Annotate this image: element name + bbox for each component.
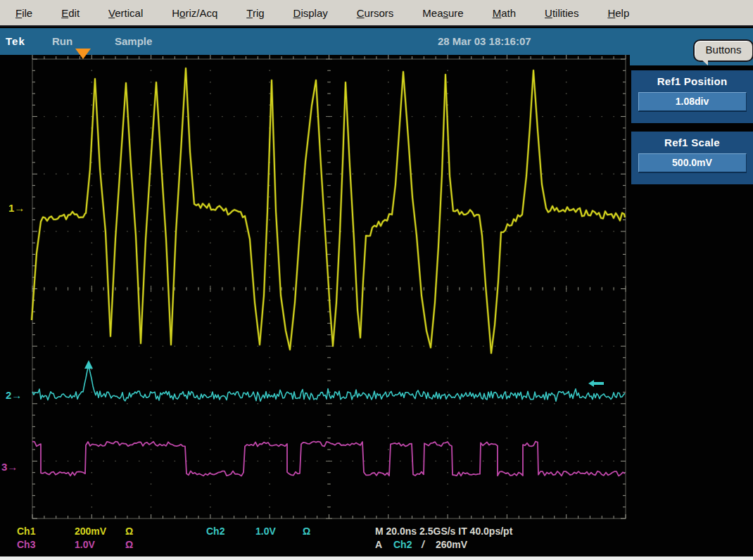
- ch1-coupling-ohm: Ω: [125, 526, 133, 537]
- oscilloscope-screen: FileEditVerticalHoriz/AcqTrigDisplayCurs…: [0, 0, 753, 560]
- ch2-coupling-ohm: Ω: [303, 526, 310, 537]
- trigger-source: Ch2: [393, 539, 412, 551]
- page-edge-strip: [0, 556, 753, 560]
- ch3-scale: 1.0V: [75, 539, 95, 551]
- trigger-type: A: [375, 539, 382, 551]
- ch2-waveform-handle[interactable]: 2→: [6, 390, 22, 401]
- ch1-waveform-handle[interactable]: 1→: [8, 203, 25, 214]
- ch3-coupling-ohm: Ω: [125, 539, 133, 551]
- graticule-display: [0, 0, 753, 560]
- ch1-label: Ch1: [17, 526, 35, 537]
- ch2-scale: 1.0V: [255, 526, 276, 537]
- ch2-label: Ch2: [206, 526, 224, 537]
- ch1-scale: 200mV: [75, 526, 106, 537]
- ch3-waveform-handle[interactable]: 3→: [1, 462, 18, 473]
- ch3-label: Ch3: [17, 539, 35, 551]
- trigger-level: 260mV: [436, 539, 467, 551]
- timebase-readout: M 20.0ns 2.5GS/s IT 40.0ps/pt: [375, 526, 512, 537]
- trigger-slope-icon: /: [422, 539, 424, 551]
- trigger-position-marker[interactable]: [75, 49, 91, 59]
